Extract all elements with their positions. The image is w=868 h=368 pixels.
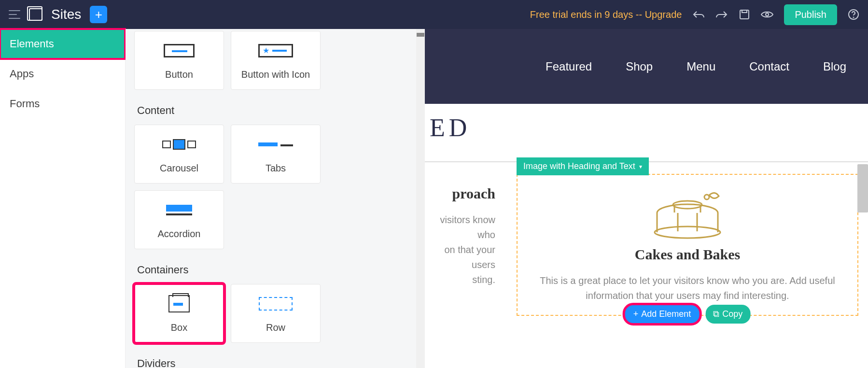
tabs-element-icon — [258, 135, 293, 154]
preview-icon[interactable] — [761, 10, 773, 19]
svg-point-3 — [854, 17, 854, 18]
nav-link-menu[interactable]: Menu — [686, 60, 715, 73]
save-icon[interactable] — [739, 9, 750, 20]
element-card-carousel[interactable]: Carousel — [134, 125, 224, 184]
button-element-icon — [164, 41, 195, 60]
add-button[interactable]: + — [90, 6, 107, 23]
svg-point-6 — [704, 195, 709, 199]
button-icon-element-icon: ★ — [258, 41, 293, 60]
element-card-box[interactable]: Box — [134, 284, 224, 343]
element-card-button[interactable]: Button — [134, 31, 224, 90]
sidebar-item-forms[interactable]: Forms — [0, 89, 125, 119]
svg-point-4 — [655, 226, 720, 238]
block-text: This is a great place to let your visito… — [529, 273, 846, 303]
site-canvas: Featured Shop Menu Contact Blog ED proac… — [425, 29, 868, 368]
hero-title: ED — [425, 104, 868, 162]
element-card-tabs[interactable]: Tabs — [231, 125, 321, 184]
col1-heading: proach — [425, 185, 495, 202]
col1-text: visitors know who on that your users sti… — [425, 212, 495, 287]
publish-button[interactable]: Publish — [784, 4, 837, 25]
block-heading: Cakes and Bakes — [529, 246, 846, 263]
section-title-content: Content — [134, 95, 416, 125]
canvas-scrollbar[interactable] — [857, 164, 868, 212]
element-card-button-with-icon[interactable]: ★ Button with Icon — [231, 31, 321, 90]
menu-icon[interactable] — [9, 10, 20, 19]
row-element-icon — [259, 294, 293, 313]
plus-icon: + — [633, 309, 639, 319]
nav-link-shop[interactable]: Shop — [626, 60, 653, 73]
svg-rect-0 — [740, 10, 749, 19]
content-column-left: proach visitors know who on that your us… — [425, 174, 507, 316]
box-element-icon — [168, 294, 190, 313]
site-nav: Featured Shop Menu Contact Blog — [425, 29, 868, 104]
nav-link-contact[interactable]: Contact — [749, 60, 789, 73]
top-bar: Sites + Free trial ends in 9 days -- Upg… — [0, 0, 868, 29]
selected-block[interactable]: Image with Heading and Text Cakes and Ba… — [517, 174, 858, 316]
cake-icon — [651, 186, 724, 240]
add-element-button[interactable]: +Add Element — [625, 305, 700, 324]
panel-scrollbar[interactable] — [416, 29, 425, 368]
trial-upgrade-link[interactable]: Free trial ends in 9 days -- Upgrade — [530, 9, 682, 20]
carousel-element-icon — [162, 135, 196, 154]
left-sidebar: Elements Apps Forms — [0, 29, 126, 368]
copy-button[interactable]: ⧉Copy — [705, 305, 750, 324]
elements-panel: Button ★ Button with Icon Content Carous… — [126, 29, 425, 368]
section-title-containers: Containers — [134, 254, 416, 284]
sites-icon[interactable] — [29, 8, 42, 21]
element-card-row[interactable]: Row — [231, 284, 321, 343]
element-card-accordion[interactable]: Accordion — [134, 190, 224, 249]
accordion-element-icon — [166, 200, 192, 220]
block-label[interactable]: Image with Heading and Text — [517, 157, 649, 175]
redo-icon[interactable] — [715, 10, 728, 19]
nav-link-featured[interactable]: Featured — [546, 60, 592, 73]
copy-icon: ⧉ — [713, 309, 719, 319]
section-title-dividers: Dividers — [134, 348, 416, 368]
nav-link-blog[interactable]: Blog — [823, 60, 846, 73]
sidebar-item-apps[interactable]: Apps — [0, 59, 125, 89]
sidebar-item-elements[interactable]: Elements — [0, 29, 125, 59]
svg-point-1 — [766, 13, 769, 16]
help-icon[interactable] — [848, 9, 859, 20]
sites-label: Sites — [51, 7, 81, 22]
undo-icon[interactable] — [692, 10, 705, 19]
